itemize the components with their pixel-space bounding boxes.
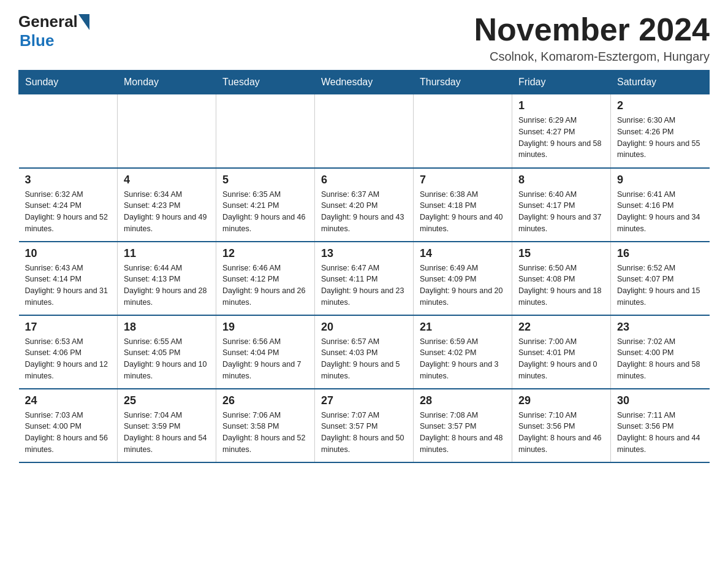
day-info: Sunrise: 6:50 AMSunset: 4:08 PMDaylight:… — [518, 262, 604, 308]
day-number: 12 — [222, 247, 308, 260]
day-info: Sunrise: 6:59 AMSunset: 4:02 PMDaylight:… — [420, 336, 506, 382]
calendar-table: Sunday Monday Tuesday Wednesday Thursday… — [18, 70, 710, 463]
calendar-cell: 15Sunrise: 6:50 AMSunset: 4:08 PMDayligh… — [512, 242, 611, 315]
calendar-cell: 8Sunrise: 6:40 AMSunset: 4:17 PMDaylight… — [512, 168, 611, 242]
calendar-cell: 14Sunrise: 6:49 AMSunset: 4:09 PMDayligh… — [414, 242, 512, 315]
day-number: 15 — [518, 247, 604, 260]
calendar-cell: 1Sunrise: 6:29 AMSunset: 4:27 PMDaylight… — [512, 94, 611, 168]
day-number: 20 — [321, 321, 407, 334]
header-saturday: Saturday — [611, 71, 710, 94]
calendar-cell: 26Sunrise: 7:06 AMSunset: 3:58 PMDayligh… — [216, 389, 315, 462]
day-number: 3 — [25, 174, 112, 186]
header-thursday: Thursday — [414, 71, 512, 94]
calendar-cell: 5Sunrise: 6:35 AMSunset: 4:21 PMDaylight… — [216, 168, 315, 242]
calendar-cell: 19Sunrise: 6:56 AMSunset: 4:04 PMDayligh… — [216, 315, 315, 389]
header-monday: Monday — [118, 71, 216, 94]
day-info: Sunrise: 6:56 AMSunset: 4:04 PMDaylight:… — [222, 336, 308, 382]
header-tuesday: Tuesday — [216, 71, 315, 94]
day-number: 23 — [617, 321, 703, 334]
day-number: 11 — [124, 247, 210, 260]
day-info: Sunrise: 6:55 AMSunset: 4:05 PMDaylight:… — [124, 336, 210, 382]
calendar-cell: 3Sunrise: 6:32 AMSunset: 4:24 PMDaylight… — [19, 168, 118, 242]
calendar-cell — [19, 94, 118, 168]
calendar-cell: 12Sunrise: 6:46 AMSunset: 4:12 PMDayligh… — [216, 242, 315, 315]
calendar-week-row: 10Sunrise: 6:43 AMSunset: 4:14 PMDayligh… — [19, 242, 710, 315]
day-number: 21 — [420, 321, 506, 334]
header-wednesday: Wednesday — [315, 71, 414, 94]
day-number: 28 — [420, 394, 506, 407]
calendar-cell: 28Sunrise: 7:08 AMSunset: 3:57 PMDayligh… — [414, 389, 512, 462]
title-area: November 2024 Csolnok, Komarom-Esztergom… — [474, 12, 710, 64]
calendar-cell — [414, 94, 512, 168]
day-info: Sunrise: 7:10 AMSunset: 3:56 PMDaylight:… — [518, 410, 604, 456]
calendar-cell — [118, 94, 216, 168]
subtitle: Csolnok, Komarom-Esztergom, Hungary — [474, 50, 710, 64]
logo: General Blue — [18, 12, 89, 50]
day-info: Sunrise: 6:47 AMSunset: 4:11 PMDaylight:… — [321, 262, 407, 308]
day-info: Sunrise: 7:06 AMSunset: 3:58 PMDaylight:… — [222, 410, 308, 456]
day-info: Sunrise: 6:57 AMSunset: 4:03 PMDaylight:… — [321, 336, 407, 382]
calendar-cell: 23Sunrise: 7:02 AMSunset: 4:00 PMDayligh… — [611, 315, 710, 389]
header-sunday: Sunday — [19, 71, 118, 94]
day-number: 25 — [124, 394, 210, 407]
day-number: 27 — [321, 394, 407, 407]
day-number: 29 — [518, 394, 604, 407]
month-title: November 2024 — [474, 12, 710, 47]
day-info: Sunrise: 6:44 AMSunset: 4:13 PMDaylight:… — [124, 262, 210, 308]
calendar-cell: 27Sunrise: 7:07 AMSunset: 3:57 PMDayligh… — [315, 389, 414, 462]
calendar-cell: 18Sunrise: 6:55 AMSunset: 4:05 PMDayligh… — [118, 315, 216, 389]
day-header-row: Sunday Monday Tuesday Wednesday Thursday… — [19, 71, 710, 94]
day-number: 4 — [124, 174, 210, 186]
day-number: 24 — [25, 394, 112, 407]
day-info: Sunrise: 6:40 AMSunset: 4:17 PMDaylight:… — [518, 189, 604, 235]
calendar-cell: 9Sunrise: 6:41 AMSunset: 4:16 PMDaylight… — [611, 168, 710, 242]
calendar-cell — [216, 94, 315, 168]
day-number: 6 — [321, 174, 407, 186]
calendar-cell: 17Sunrise: 6:53 AMSunset: 4:06 PMDayligh… — [19, 315, 118, 389]
day-info: Sunrise: 6:49 AMSunset: 4:09 PMDaylight:… — [420, 262, 506, 308]
calendar-cell — [315, 94, 414, 168]
day-info: Sunrise: 6:52 AMSunset: 4:07 PMDaylight:… — [617, 262, 703, 308]
calendar-cell: 6Sunrise: 6:37 AMSunset: 4:20 PMDaylight… — [315, 168, 414, 242]
svg-marker-0 — [78, 14, 89, 30]
calendar-week-row: 3Sunrise: 6:32 AMSunset: 4:24 PMDaylight… — [19, 168, 710, 242]
day-number: 16 — [617, 247, 703, 260]
calendar-cell: 11Sunrise: 6:44 AMSunset: 4:13 PMDayligh… — [118, 242, 216, 315]
day-number: 8 — [518, 174, 604, 186]
calendar-cell: 25Sunrise: 7:04 AMSunset: 3:59 PMDayligh… — [118, 389, 216, 462]
day-info: Sunrise: 6:34 AMSunset: 4:23 PMDaylight:… — [124, 189, 210, 235]
calendar-body: 1Sunrise: 6:29 AMSunset: 4:27 PMDaylight… — [19, 94, 710, 462]
calendar-cell: 2Sunrise: 6:30 AMSunset: 4:26 PMDaylight… — [611, 94, 710, 168]
day-number: 9 — [617, 174, 703, 186]
calendar-week-row: 24Sunrise: 7:03 AMSunset: 4:00 PMDayligh… — [19, 389, 710, 462]
calendar-cell: 30Sunrise: 7:11 AMSunset: 3:56 PMDayligh… — [611, 389, 710, 462]
day-info: Sunrise: 6:29 AMSunset: 4:27 PMDaylight:… — [518, 115, 604, 161]
day-number: 17 — [25, 321, 112, 334]
day-info: Sunrise: 7:11 AMSunset: 3:56 PMDaylight:… — [617, 410, 703, 456]
calendar-cell: 13Sunrise: 6:47 AMSunset: 4:11 PMDayligh… — [315, 242, 414, 315]
day-info: Sunrise: 6:53 AMSunset: 4:06 PMDaylight:… — [25, 336, 112, 382]
day-info: Sunrise: 7:03 AMSunset: 4:00 PMDaylight:… — [25, 410, 112, 456]
day-number: 14 — [420, 247, 506, 260]
day-info: Sunrise: 6:38 AMSunset: 4:18 PMDaylight:… — [420, 189, 506, 235]
day-number: 26 — [222, 394, 308, 407]
calendar-week-row: 1Sunrise: 6:29 AMSunset: 4:27 PMDaylight… — [19, 94, 710, 168]
day-number: 19 — [222, 321, 308, 334]
calendar-week-row: 17Sunrise: 6:53 AMSunset: 4:06 PMDayligh… — [19, 315, 710, 389]
day-info: Sunrise: 7:08 AMSunset: 3:57 PMDaylight:… — [420, 410, 506, 456]
calendar-cell: 22Sunrise: 7:00 AMSunset: 4:01 PMDayligh… — [512, 315, 611, 389]
logo-general-text: General — [18, 12, 78, 31]
calendar-cell: 29Sunrise: 7:10 AMSunset: 3:56 PMDayligh… — [512, 389, 611, 462]
day-info: Sunrise: 7:00 AMSunset: 4:01 PMDaylight:… — [518, 336, 604, 382]
day-info: Sunrise: 6:41 AMSunset: 4:16 PMDaylight:… — [617, 189, 703, 235]
calendar-cell: 21Sunrise: 6:59 AMSunset: 4:02 PMDayligh… — [414, 315, 512, 389]
calendar-cell: 24Sunrise: 7:03 AMSunset: 4:00 PMDayligh… — [19, 389, 118, 462]
day-number: 2 — [617, 99, 703, 112]
day-info: Sunrise: 6:46 AMSunset: 4:12 PMDaylight:… — [222, 262, 308, 308]
day-number: 22 — [518, 321, 604, 334]
day-number: 5 — [222, 174, 308, 186]
day-number: 30 — [617, 394, 703, 407]
day-number: 7 — [420, 174, 506, 186]
header-friday: Friday — [512, 71, 611, 94]
day-number: 13 — [321, 247, 407, 260]
